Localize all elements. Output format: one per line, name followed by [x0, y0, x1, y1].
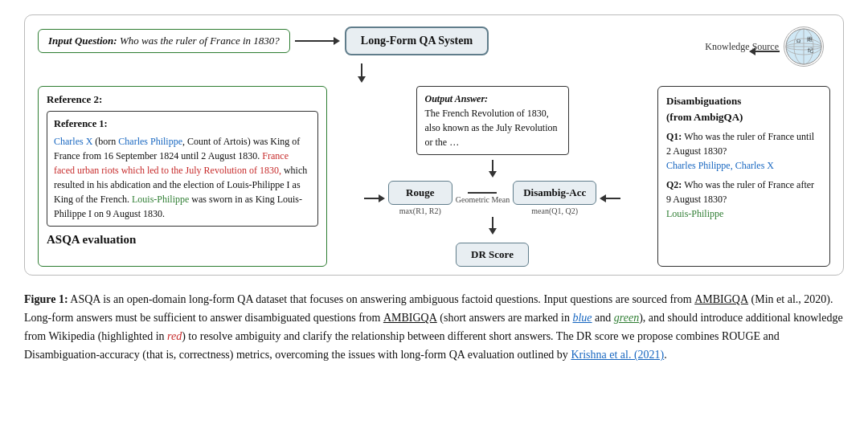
caption-text4: Long-form answers must be sufficient to … — [24, 312, 383, 324]
ks-label-row: Knowledge Source Ω 維 纪 — [702, 27, 824, 67]
fig-label: Figure 1: — [24, 293, 68, 305]
output-answer-label: Output Answer: — [425, 93, 489, 104]
ambigqa2-link[interactable]: AMBIGQA — [383, 312, 437, 324]
geom-mean-row — [468, 192, 497, 194]
arrow-head-down-3 — [489, 228, 497, 235]
svg-text:Ω: Ω — [796, 38, 800, 44]
caption-text9: . — [664, 349, 667, 361]
globe-svg: Ω 維 纪 — [785, 28, 822, 65]
q2-answer[interactable]: Louis-Philippe — [666, 208, 723, 219]
ref1-box: Reference 1: Charles X (born Charles Phi… — [47, 111, 318, 227]
vert-line-3 — [492, 217, 493, 228]
caption-text6: and — [592, 312, 614, 324]
disambig-col: Disambig-Acc mean(Q1, Q2) — [513, 181, 596, 215]
left-arrow-rouge — [364, 194, 385, 202]
q1-paragraph: Q1: Who was the ruler of France until 2 … — [666, 129, 821, 173]
q2-label: Q2: — [666, 179, 682, 190]
disambig-title: Disambiguations (from AmbigQA) — [666, 93, 821, 125]
ambigqa-smallcaps: AMBIGQA — [694, 293, 748, 305]
vert-connector-3 — [489, 217, 497, 235]
between-metrics: Geometric Mean — [452, 192, 513, 204]
knowledge-source-section: Knowledge Source Ω 維 纪 — [702, 27, 824, 55]
vert-connector-2 — [489, 160, 497, 178]
caption-text1: ASQA is an open-domain long-form QA data… — [68, 293, 541, 305]
arrow-head-down-2 — [489, 171, 497, 178]
wiki-arrow — [749, 47, 780, 55]
caption-text3: (Min et al., 2020). — [748, 293, 833, 305]
svg-text:維: 維 — [806, 36, 813, 43]
vert-connector-1 — [358, 63, 366, 83]
arrow-head-down-1 — [358, 76, 366, 83]
arrow-to-longform — [295, 37, 340, 45]
q1-text: Who was the ruler of France until 2 Augu… — [666, 131, 814, 157]
middle-panel: Output Answer: The French Revolution of … — [335, 86, 649, 267]
wiki-arrow-head — [749, 47, 755, 55]
rouge-col: Rouge max(R1, R2) — [388, 181, 452, 215]
q1-label: Q1: — [666, 131, 682, 142]
right-arrow-disambig — [600, 194, 620, 202]
right-arrow-head — [600, 194, 606, 202]
red-text-caption: red — [167, 330, 182, 342]
green-text-caption: green — [614, 312, 639, 324]
louis-philippe-link[interactable]: Louis-Philippe — [132, 194, 189, 205]
bottom-section: Reference 2: Reference 1: Charles X (bor… — [38, 86, 830, 267]
disambig-subtitle: (from AmbigQA) — [666, 111, 743, 123]
long-form-qa-box: Long-Form QA System — [345, 27, 489, 55]
ref1-label: Reference 1: — [54, 116, 311, 132]
asqa-label: ASQA evaluation — [47, 233, 318, 247]
input-question-box: Input Question: Who was the ruler of Fra… — [38, 29, 290, 53]
output-answer-box: Output Answer: The French Revolution of … — [416, 86, 569, 155]
q2-paragraph: Q2: Who was the ruler of France after 9 … — [666, 178, 821, 221]
charles-philippe-link[interactable]: Charles Philippe — [118, 136, 182, 147]
right-panel: Disambiguations (from AmbigQA) Q1: Who w… — [657, 86, 830, 267]
svg-text:纪: 纪 — [808, 47, 813, 54]
ref2-label: Reference 2: — [47, 93, 318, 106]
left-arrow-line — [364, 198, 379, 199]
geom-line-1 — [468, 192, 482, 194]
arrow-head — [334, 37, 340, 45]
max-label: max(R1, R2) — [399, 206, 441, 215]
geom-line-2 — [482, 192, 497, 194]
vert-to-dr — [489, 217, 497, 235]
blue-text: blue — [572, 312, 592, 324]
output-answer-text: The French Revolution of 1830, also know… — [425, 108, 558, 148]
input-question-label: Input Question: — [48, 35, 117, 47]
q2-text: Who was the ruler of France after 9 Augu… — [666, 179, 814, 205]
ambigqa2-smallcaps: AMBIGQA — [383, 312, 437, 324]
top-row: Input Question: Who was the ruler of Fra… — [38, 27, 830, 55]
dr-score-box: DR Score — [456, 243, 529, 267]
rouge-box: Rouge — [388, 181, 452, 205]
right-arrow-line — [606, 198, 620, 199]
caption-text2: Input questions are sourced from — [541, 293, 694, 305]
arrow-line — [295, 40, 334, 42]
metrics-row: Rouge max(R1, R2) Geometric Mean Disambi… — [364, 181, 620, 215]
input-question-text: Who was the ruler of France in 1830? — [117, 35, 280, 47]
krishna-link[interactable]: Krishna et al. (2021) — [571, 349, 664, 361]
ambigqa-link[interactable]: AMBIGQA — [694, 293, 748, 305]
vert-line-1 — [361, 63, 362, 76]
wiki-arrow-line — [755, 51, 780, 52]
ref1-text-2: (born — [92, 136, 118, 147]
main-diagram: Input Question: Who was the ruler of Fra… — [24, 14, 844, 276]
wikipedia-globe: Ω 維 纪 — [784, 27, 824, 67]
disambig-title-text: Disambiguations — [666, 95, 741, 107]
charles-x-link[interactable]: Charles X — [54, 136, 92, 147]
vert-line-2 — [492, 160, 493, 171]
disambig-box: Disambig-Acc — [513, 181, 596, 205]
left-panel: Reference 2: Reference 1: Charles X (bor… — [38, 86, 327, 267]
caption-text5: (short answers are marked in — [437, 312, 573, 324]
left-arrow-head — [379, 194, 385, 202]
q1-answer[interactable]: Charles Philippe, Charles X — [666, 160, 774, 171]
mean-label: mean(Q1, Q2) — [531, 206, 578, 215]
geom-mean-label: Geometric Mean — [456, 195, 510, 204]
figure-caption: Figure 1: ASQA is an open-domain long-fo… — [24, 290, 844, 364]
